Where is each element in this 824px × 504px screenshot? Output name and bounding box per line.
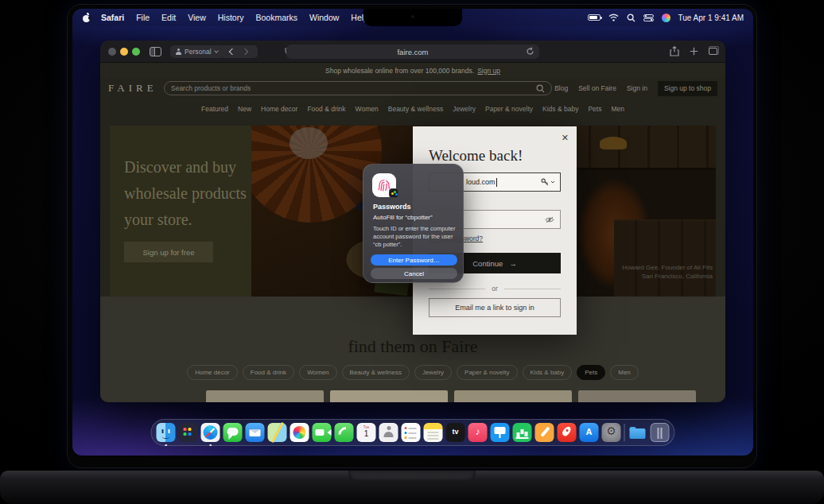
- chevron-down-icon: [214, 48, 219, 53]
- close-icon[interactable]: ✕: [562, 133, 569, 143]
- siri-icon[interactable]: [662, 14, 670, 22]
- or-label: or: [492, 285, 498, 293]
- nav-paper-novelty[interactable]: Paper & novelty: [485, 105, 533, 113]
- tab-group-label: Personal: [185, 48, 212, 56]
- apple-menu-icon[interactable]: [82, 14, 91, 22]
- product-card[interactable]: [206, 390, 324, 402]
- dock-maps-icon[interactable]: [268, 423, 287, 442]
- dock-app-store-icon[interactable]: [580, 423, 599, 442]
- menu-bar-clock[interactable]: Tue Apr 1 9:41 AM: [678, 14, 744, 22]
- profile-person-icon: [176, 48, 181, 55]
- tab-overview-icon[interactable]: [709, 48, 717, 55]
- passkey-autofill-icon[interactable]: [541, 178, 555, 186]
- nav-beauty-wellness[interactable]: Beauty & wellness: [388, 105, 443, 113]
- desk-background: Safari File Edit View History Bookmarks …: [0, 0, 824, 504]
- site-search-input[interactable]: Search products or brands: [164, 81, 552, 95]
- pill-paper-novelty[interactable]: Paper & novelty: [457, 365, 517, 380]
- enter-password-button[interactable]: Enter Password…: [371, 254, 457, 266]
- control-center-icon[interactable]: [643, 14, 654, 21]
- reload-icon[interactable]: [526, 47, 534, 56]
- pill-kids-baby[interactable]: Kids & baby: [523, 365, 573, 380]
- spotlight-search-icon[interactable]: [627, 14, 635, 22]
- dock-music-icon[interactable]: [468, 423, 488, 442]
- pill-home-decor[interactable]: Home decor: [187, 365, 238, 380]
- menu-history[interactable]: History: [218, 13, 244, 22]
- dock-tv-icon[interactable]: [446, 423, 465, 442]
- touch-id-dialog: Passwords AutoFill for “cbpotter” Touch …: [363, 164, 464, 283]
- nav-men[interactable]: Men: [611, 105, 624, 113]
- dock-phone-icon[interactable]: [335, 423, 354, 442]
- dock-finder-icon[interactable]: [157, 423, 176, 442]
- dock-messages-icon[interactable]: [223, 423, 243, 442]
- dock-launchpad-icon[interactable]: [179, 423, 198, 442]
- menu-window[interactable]: Window: [309, 13, 339, 22]
- pill-beauty-wellness[interactable]: Beauty & wellness: [342, 365, 410, 380]
- window-close-button[interactable]: [108, 48, 116, 56]
- sign-up-for-free-button[interactable]: Sign up for free: [124, 242, 213, 262]
- share-icon[interactable]: [670, 46, 679, 56]
- back-button[interactable]: [229, 48, 235, 55]
- window-zoom-button[interactable]: [132, 48, 140, 56]
- dock-pages-icon[interactable]: [535, 423, 554, 442]
- forward-button[interactable]: [242, 48, 248, 55]
- sidebar-toggle-icon[interactable]: [150, 47, 161, 56]
- battery-icon[interactable]: [588, 14, 601, 21]
- safari-toolbar: Personal faire.com: [100, 41, 725, 63]
- menu-file[interactable]: File: [136, 13, 150, 22]
- dock-calendar-icon[interactable]: Tue 1: [357, 423, 376, 442]
- dock-contacts-icon[interactable]: [379, 423, 398, 442]
- nav-food-drink[interactable]: Food & drink: [307, 105, 345, 113]
- pill-pets-selected[interactable]: Pets: [577, 365, 605, 380]
- header-link-sign-in[interactable]: Sign in: [627, 84, 647, 92]
- nav-women[interactable]: Women: [356, 105, 379, 113]
- dock-photos-icon[interactable]: [290, 423, 309, 442]
- nav-kids-baby[interactable]: Kids & baby: [542, 105, 578, 113]
- header-link-sell-on-faire[interactable]: Sell on Faire: [578, 84, 616, 92]
- dock: Tue 1: [151, 419, 675, 446]
- nav-new[interactable]: New: [238, 105, 251, 113]
- pill-food-drink[interactable]: Food & drink: [243, 365, 294, 380]
- camera-dot: [411, 15, 414, 18]
- menu-view[interactable]: View: [188, 13, 206, 22]
- product-card[interactable]: [454, 390, 572, 402]
- menu-bookmarks[interactable]: Bookmarks: [255, 13, 297, 22]
- nav-featured[interactable]: Featured: [201, 105, 228, 113]
- nav-home-decor[interactable]: Home decor: [261, 105, 297, 113]
- dock-system-settings-icon[interactable]: [602, 423, 621, 442]
- dock-games-icon[interactable]: [558, 423, 577, 442]
- faire-logo[interactable]: FAIRE: [108, 82, 159, 95]
- header-link-blog[interactable]: Blog: [554, 84, 568, 92]
- dock-trash-icon[interactable]: [651, 423, 670, 442]
- cancel-button[interactable]: Cancel: [371, 268, 457, 279]
- product-card[interactable]: [578, 390, 696, 402]
- dock-numbers-icon[interactable]: [513, 423, 532, 442]
- sign-up-to-shop-button[interactable]: Sign up to shop: [658, 81, 717, 96]
- dock-downloads-folder-icon[interactable]: [628, 423, 647, 442]
- dock-keynote-icon[interactable]: [491, 423, 510, 442]
- dock-safari-icon[interactable]: [201, 423, 220, 442]
- pill-jewelry[interactable]: Jewelry: [414, 365, 452, 380]
- promo-signup-link[interactable]: Sign up: [477, 67, 500, 75]
- product-card[interactable]: [330, 390, 448, 402]
- dock-mail-icon[interactable]: [246, 423, 265, 442]
- history-nav-buttons: [220, 45, 258, 58]
- search-icon[interactable]: [536, 84, 545, 93]
- dock-facetime-icon[interactable]: [313, 423, 332, 442]
- autofill-target-text: AutoFill for “cbpotter”: [373, 214, 433, 221]
- menu-edit[interactable]: Edit: [161, 13, 176, 22]
- menu-safari[interactable]: Safari: [101, 13, 124, 22]
- dock-reminders-icon[interactable]: [402, 423, 421, 442]
- dock-notes-icon[interactable]: [424, 423, 443, 442]
- pill-women[interactable]: Women: [299, 365, 336, 380]
- hero-heading-line-2: wholesale products for: [124, 180, 250, 207]
- show-password-eye-icon[interactable]: [545, 216, 554, 223]
- new-tab-plus-icon[interactable]: [690, 47, 698, 56]
- tab-group-selector[interactable]: Personal: [170, 45, 223, 58]
- nav-jewelry[interactable]: Jewelry: [453, 105, 476, 113]
- nav-pets[interactable]: Pets: [588, 105, 601, 113]
- window-minimize-button[interactable]: [120, 48, 128, 56]
- wifi-icon[interactable]: [608, 14, 619, 21]
- email-link-signin-button[interactable]: Email me a link to sign in: [429, 298, 561, 317]
- pill-men[interactable]: Men: [610, 365, 639, 380]
- address-bar[interactable]: faire.com: [286, 45, 539, 59]
